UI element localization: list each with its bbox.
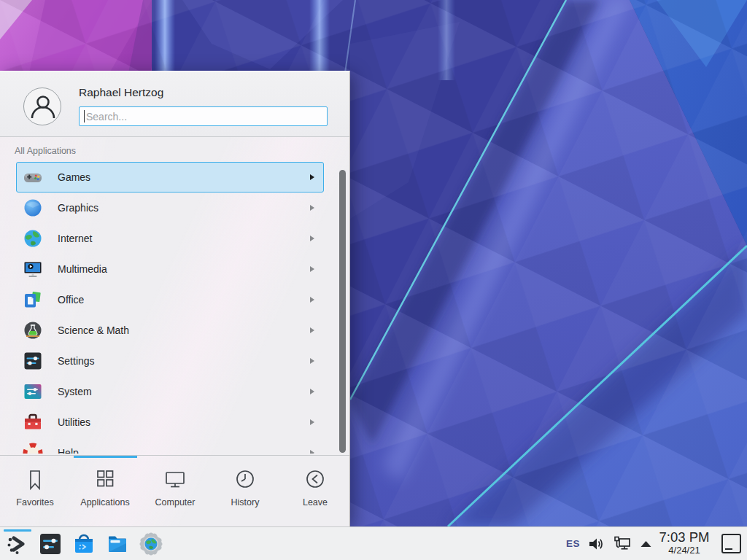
category-label: Games <box>58 171 90 183</box>
text-cursor <box>84 110 85 122</box>
kickoff-icon <box>5 532 28 556</box>
discover-button[interactable] <box>72 532 96 556</box>
application-launcher-popup: Raphael Hertzog All Applications <box>0 71 350 526</box>
games-category-icon <box>23 167 43 187</box>
history-tab-icon <box>233 468 257 493</box>
tab-history[interactable]: History <box>210 456 280 527</box>
tray-expand-icon[interactable] <box>640 540 652 548</box>
discover-icon <box>72 532 96 556</box>
category-label: Office <box>58 294 84 306</box>
submenu-arrow-icon <box>310 389 314 394</box>
active-tab-indicator <box>74 456 137 458</box>
category-list: Games Graphics <box>0 159 350 454</box>
tab-leave[interactable]: Leave <box>280 456 350 527</box>
application-launcher-button[interactable] <box>5 532 28 556</box>
settings-category-icon <box>23 351 43 371</box>
user-avatar-icon <box>23 88 61 125</box>
tab-label: Favorites <box>16 497 53 508</box>
science-category-icon <box>23 320 43 341</box>
list-scrollbar[interactable] <box>339 170 346 453</box>
office-category-icon <box>23 289 43 310</box>
category-item-help[interactable]: Help <box>16 438 324 454</box>
utilities-category-icon <box>23 412 43 432</box>
section-label: All Applications <box>15 146 76 156</box>
system-tray: ES <box>566 527 652 560</box>
category-item-utilities[interactable]: Utilities <box>16 407 324 438</box>
clock-time: 7:03 PM <box>651 529 717 545</box>
file-manager-button[interactable] <box>106 532 129 556</box>
category-item-multimedia[interactable]: Multimedia <box>16 254 324 284</box>
help-category-icon <box>23 443 43 454</box>
user-name: Raphael Hertzog <box>79 86 163 99</box>
category-item-settings[interactable]: Settings <box>16 346 324 376</box>
category-label: Science & Math <box>58 324 129 336</box>
submenu-arrow-icon <box>310 450 314 454</box>
submenu-arrow-icon <box>310 297 314 303</box>
category-label: Internet <box>58 233 92 244</box>
category-item-games[interactable]: Games <box>16 162 324 192</box>
category-label: Help <box>58 447 79 454</box>
submenu-arrow-icon <box>310 419 314 425</box>
network-icon[interactable] <box>613 535 632 553</box>
tab-applications[interactable]: Applications <box>70 456 140 527</box>
volume-icon[interactable] <box>588 536 605 552</box>
favorites-tab-icon <box>24 468 46 493</box>
internet-category-icon <box>23 228 43 249</box>
category-label: Settings <box>58 355 95 367</box>
search-field[interactable] <box>79 106 328 126</box>
dolphin-folder-icon <box>106 532 129 556</box>
category-item-system[interactable]: System <box>16 376 324 407</box>
desktop: Raphael Hertzog All Applications <box>0 0 747 560</box>
digital-clock[interactable]: 7:03 PM 4/24/21 <box>651 529 717 556</box>
applications-tab-icon <box>94 468 116 493</box>
system-category-icon <box>23 381 43 402</box>
search-input[interactable] <box>79 106 328 126</box>
tab-label: Applications <box>80 497 129 508</box>
submenu-arrow-icon <box>310 174 314 180</box>
konqueror-icon <box>139 532 163 556</box>
category-label: Utilities <box>58 416 90 428</box>
category-item-graphics[interactable]: Graphics <box>16 192 324 223</box>
submenu-arrow-icon <box>310 266 314 272</box>
tab-favorites[interactable]: Favorites <box>0 456 70 527</box>
system-settings-icon <box>39 532 62 556</box>
submenu-arrow-icon <box>310 236 314 241</box>
category-label: Graphics <box>58 202 98 214</box>
web-browser-button[interactable] <box>139 532 163 556</box>
category-item-office[interactable]: Office <box>16 284 324 315</box>
tab-computer[interactable]: Computer <box>140 456 210 527</box>
launcher-header: Raphael Hertzog <box>0 71 349 137</box>
launcher-active-indicator <box>4 529 31 532</box>
category-item-science[interactable]: Science & Math <box>16 315 324 346</box>
system-settings-button[interactable] <box>39 532 62 556</box>
category-item-internet[interactable]: Internet <box>16 223 324 254</box>
submenu-arrow-icon <box>310 205 314 211</box>
submenu-arrow-icon <box>310 327 314 333</box>
graphics-category-icon <box>23 198 43 218</box>
clock-date: 4/24/21 <box>651 545 717 556</box>
leave-tab-icon <box>303 468 327 493</box>
launcher-tabbar: Favorites Applications <box>0 456 350 527</box>
keyboard-layout-indicator[interactable]: ES <box>566 538 580 549</box>
multimedia-category-icon <box>23 259 43 279</box>
tab-label: Leave <box>303 497 328 508</box>
taskbar-panel: ES <box>0 526 747 560</box>
category-label: Multimedia <box>58 263 107 275</box>
category-label: System <box>58 386 92 397</box>
tab-label: Computer <box>155 497 196 508</box>
computer-tab-icon <box>163 468 187 493</box>
tab-label: History <box>231 497 260 508</box>
show-desktop-button[interactable] <box>721 534 741 553</box>
submenu-arrow-icon <box>310 358 314 364</box>
